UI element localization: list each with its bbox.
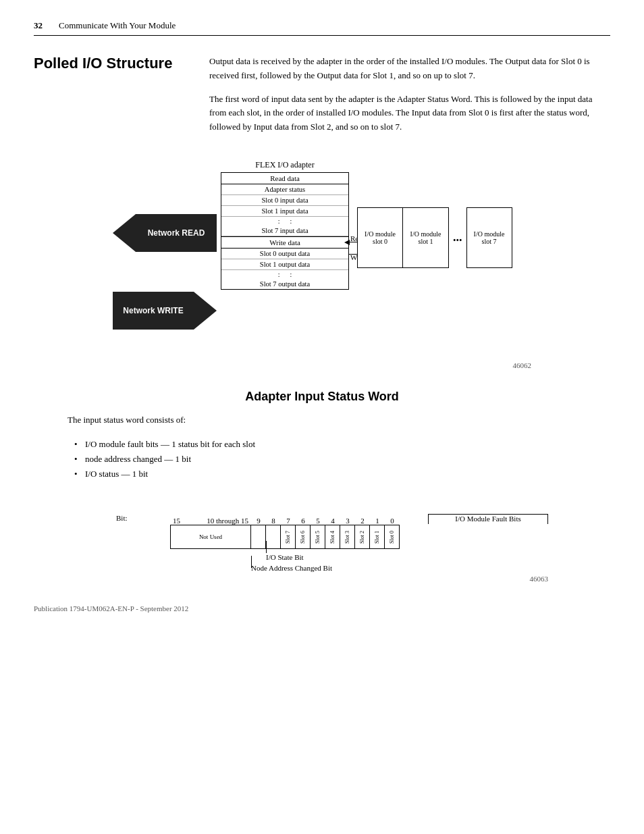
slot1-input-row: Slot 1 input data xyxy=(221,206,348,217)
fault-bits-label: I/O Module Fault Bits xyxy=(455,515,520,523)
slot3-cell: Slot 3 xyxy=(340,525,355,549)
bit-3-label: 3 xyxy=(340,517,355,525)
write-section-label: Write data xyxy=(221,236,348,249)
polled-io-diagram: FLEX I/O adapter Read data Adapter statu… xyxy=(34,160,610,369)
read-section-label: Read data xyxy=(221,173,348,184)
section-title: Polled I/O Structure xyxy=(34,55,182,72)
body-para-2: The first word of input data sent by the… xyxy=(209,93,610,134)
bullet-3: I/O status — 1 bit xyxy=(74,467,610,481)
slot0-text: Slot 0 xyxy=(389,531,395,544)
flex-adapter-label: FLEX I/O adapter xyxy=(221,160,349,170)
arrow-read-body: Network READ xyxy=(136,214,217,252)
slot5-cell: Slot 5 xyxy=(311,525,325,549)
bit-diagram-inner: I/O Module Fault Bits 15 10 through 15 9… xyxy=(116,494,548,583)
slot1-output-row: Slot 1 output data xyxy=(221,259,348,270)
io-module-slot7: I/O module slot 7 xyxy=(466,207,512,268)
bullet-2: node address changed — 1 bit xyxy=(74,452,610,467)
page-number: 32 xyxy=(34,20,43,31)
header-title: Communicate With Your Module xyxy=(59,20,176,31)
slot7-cell: Slot 7 xyxy=(281,525,296,549)
footer-text: Publication 1794-UM062A-EN-P - September… xyxy=(34,604,188,613)
diagram1-code: 46062 xyxy=(513,361,532,369)
bit-7-label: 7 xyxy=(281,517,296,525)
bit-8-label: 8 xyxy=(266,517,281,525)
diagram-inner: FLEX I/O adapter Read data Adapter statu… xyxy=(113,160,531,369)
slot2-text: Slot 2 xyxy=(359,531,365,544)
bit-8-cell xyxy=(266,525,281,549)
right-column: Output data is received by the adapter i… xyxy=(209,55,610,144)
slot7-input-row: Slot 7 input data xyxy=(221,226,348,236)
read-dots-1: : : xyxy=(221,217,348,226)
subsection-intro: The input status word consists of: xyxy=(68,413,610,427)
arrow-write-body: Network WRITE xyxy=(113,292,194,330)
bullet-list: I/O module fault bits — 1 status bit for… xyxy=(74,437,610,481)
slot5-text: Slot 5 xyxy=(315,531,321,544)
footer: Publication 1794-UM062A-EN-P - September… xyxy=(34,604,610,613)
network-read-arrow: Network READ xyxy=(113,214,217,252)
slot3-text: Slot 3 xyxy=(344,531,350,544)
content-layout: Polled I/O Structure Output data is rece… xyxy=(34,55,610,144)
bit-9-cell xyxy=(251,525,266,549)
adapter-status-row: Adapter status xyxy=(221,184,348,195)
bit-2-label: 2 xyxy=(355,517,370,525)
body-para-1: Output data is received by the adapter i… xyxy=(209,55,610,83)
io-modules-group: I/O module slot 0 I/O module slot 1 ... … xyxy=(357,207,512,268)
bit-structure-diagram: I/O Module Fault Bits 15 10 through 15 9… xyxy=(34,494,610,583)
node-addr-line xyxy=(251,556,252,568)
node-address-label: Node Address Changed Bit xyxy=(251,564,332,572)
slot0-input-row: Slot 0 input data xyxy=(221,195,348,206)
slot0-output-row: Slot 0 output data xyxy=(221,249,348,259)
network-write-arrow: Network WRITE xyxy=(113,292,217,330)
read-arrow-head xyxy=(344,240,350,245)
page: 32 Communicate With Your Module Polled I… xyxy=(0,0,644,626)
network-read-label: Network READ xyxy=(142,228,211,238)
diagram2-code: 46063 xyxy=(116,575,548,583)
bit-9-label: 9 xyxy=(251,517,266,525)
left-column: Polled I/O Structure xyxy=(34,55,182,144)
bit-10-15: 10 through 15 xyxy=(207,517,248,525)
bit-5-label: 5 xyxy=(311,517,325,525)
slot2-cell: Slot 2 xyxy=(355,525,370,549)
io-module-slot0-label: I/O module slot 0 xyxy=(365,230,396,245)
dots-separator: ... xyxy=(449,230,466,244)
slot7-text: Slot 7 xyxy=(285,531,291,544)
io-module-slot1: I/O module slot 1 xyxy=(403,207,449,268)
subsection-title: Adapter Input Status Word xyxy=(34,390,610,404)
slot7-output-row: Slot 7 output data xyxy=(221,279,348,289)
bit-annotations: I/O State Bit Node Address Changed Bit xyxy=(170,553,548,572)
slot1-cell: Slot 1 xyxy=(370,525,385,549)
write-dots: : : xyxy=(221,270,348,279)
page-header: 32 Communicate With Your Module xyxy=(34,20,610,36)
bit-6-label: 6 xyxy=(296,517,311,525)
io-state-line xyxy=(266,541,267,553)
io-state-annotation: I/O State Bit xyxy=(266,553,548,561)
slot1-text: Slot 1 xyxy=(374,531,380,544)
bit-15: 15 xyxy=(173,517,180,525)
bit-cells-row: Not Used Slot 7 Slot 6 Slot 5 Slot 4 Slo… xyxy=(170,525,548,549)
slot4-cell: Slot 4 xyxy=(325,525,340,549)
bit-4-label: 4 xyxy=(325,517,340,525)
network-write-label: Network WRITE xyxy=(117,306,188,315)
slot6-text: Slot 6 xyxy=(300,531,306,544)
not-used-cell: Not Used xyxy=(170,525,251,549)
io-module-slot0: I/O module slot 0 xyxy=(357,207,403,268)
node-address-annotation: Node Address Changed Bit xyxy=(251,564,548,572)
slot6-cell: Slot 6 xyxy=(296,525,311,549)
arrow-read-head xyxy=(113,214,136,252)
io-module-slot1-label: I/O module slot 1 xyxy=(410,230,441,245)
fault-bits-bracket: I/O Module Fault Bits xyxy=(428,514,548,524)
io-state-label: I/O State Bit xyxy=(266,553,304,561)
bit-0-label: 0 xyxy=(385,517,400,525)
slot4-text: Slot 4 xyxy=(329,531,336,544)
slot0-cell: Slot 0 xyxy=(385,525,400,549)
bit-1-label: 1 xyxy=(370,517,385,525)
bullet-1: I/O module fault bits — 1 status bit for… xyxy=(74,437,610,452)
adapter-box: Read data Adapter status Slot 0 input da… xyxy=(221,172,349,290)
bit-num-notused: 15 10 through 15 xyxy=(170,517,251,525)
arrow-write-head xyxy=(194,292,217,330)
io-module-slot7-label: I/O module slot 7 xyxy=(474,230,505,245)
subsection-header: Adapter Input Status Word xyxy=(34,390,610,404)
bit-label: Bit: xyxy=(116,514,128,522)
